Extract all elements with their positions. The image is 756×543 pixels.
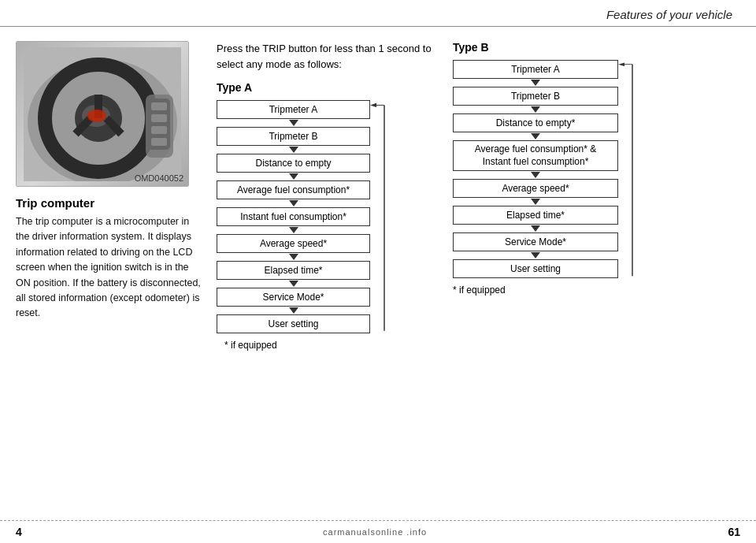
left-column: OMD040052 Trip computer The trip compute…	[16, 41, 201, 351]
flow-box-a-0: Tripmeter A	[217, 100, 370, 119]
svg-point-8	[87, 110, 106, 122]
svg-rect-12	[151, 114, 167, 122]
type-a-diagram: Tripmeter A Tripmeter B Distance to empt…	[217, 100, 370, 333]
type-a-label: Type A	[217, 81, 433, 94]
svg-rect-11	[151, 102, 167, 110]
flow-box-a-6: Elapsed time*	[217, 261, 370, 280]
flow-box-b-2: Distance to empty*	[453, 113, 618, 132]
page-number-right: 61	[728, 526, 740, 538]
car-image: OMD040052	[16, 41, 189, 187]
flow-box-b-6: Service Mode*	[453, 232, 618, 251]
footer: 4 carmanualsonline .info 61	[0, 520, 756, 543]
flow-box-a-3: Average fuel consumption*	[217, 180, 370, 199]
svg-rect-14	[151, 138, 167, 146]
intro-text: Press the TRIP button for less than 1 se…	[217, 41, 433, 72]
type-a-back-arrow	[369, 100, 400, 333]
footer-logo: carmanualsonline .info	[323, 527, 427, 537]
flow-box-a-2: Distance to empty	[217, 154, 370, 173]
svg-rect-13	[151, 126, 167, 134]
type-b-diagram: Tripmeter A Tripmeter B Distance to empt…	[453, 60, 618, 278]
type-b-flow: Tripmeter A Tripmeter B Distance to empt…	[453, 60, 618, 278]
image-caption: OMD040052	[135, 173, 183, 183]
type-b-back-arrow	[617, 60, 648, 278]
main-content: OMD040052 Trip computer The trip compute…	[0, 27, 756, 359]
flow-box-a-5: Average speed*	[217, 234, 370, 253]
flow-box-a-8: User setting	[217, 314, 370, 333]
right-column: Type B Tripmeter A Tripmeter B Distance …	[433, 41, 740, 351]
type-a-flow: Tripmeter A Tripmeter B Distance to empt…	[217, 100, 370, 333]
flow-box-b-1: Tripmeter B	[453, 87, 618, 106]
flow-box-b-7: User setting	[453, 259, 618, 278]
flow-box-b-0: Tripmeter A	[453, 60, 618, 79]
header-title: Features of your vehicle	[606, 8, 732, 21]
flow-box-a-7: Service Mode*	[217, 288, 370, 307]
header: Features of your vehicle	[0, 0, 756, 27]
flow-box-a-4: Instant fuel consumption*	[217, 207, 370, 226]
type-a-if-equipped: * if equipped	[224, 340, 433, 351]
flow-box-a-1: Tripmeter B	[217, 127, 370, 146]
steering-wheel-svg	[24, 47, 181, 181]
flow-box-b-4: Average speed*	[453, 179, 618, 198]
flow-box-b-5: Elapsed time*	[453, 206, 618, 225]
svg-marker-20	[618, 62, 624, 66]
trip-computer-title: Trip computer	[16, 196, 201, 210]
trip-computer-body: The trip computer is a microcomputer in …	[16, 214, 201, 322]
type-b-label: Type B	[453, 41, 740, 54]
car-image-inner	[17, 42, 188, 186]
flow-box-b-3: Average fuel consumption* &Instant fuel …	[453, 140, 618, 171]
page-number-left: 4	[16, 526, 22, 538]
svg-marker-17	[370, 103, 376, 107]
type-b-if-equipped: * if equipped	[453, 285, 740, 296]
middle-column: Press the TRIP button for less than 1 se…	[201, 41, 433, 351]
